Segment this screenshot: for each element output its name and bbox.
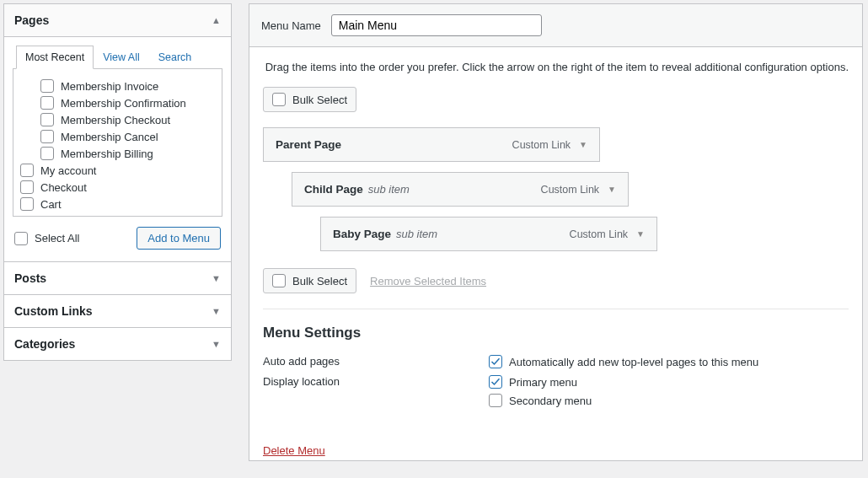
chevron-down-icon[interactable]: ▼ bbox=[579, 140, 587, 149]
accordion-pages-header[interactable]: Pages ▲ bbox=[4, 4, 231, 37]
menu-item-title: Baby Page bbox=[333, 228, 391, 240]
chevron-down-icon: ▼ bbox=[212, 339, 221, 349]
page-item-label: Cart bbox=[40, 198, 62, 211]
page-item[interactable]: Checkout bbox=[20, 179, 215, 196]
checkbox[interactable] bbox=[40, 79, 54, 93]
tab-search[interactable]: Search bbox=[149, 46, 201, 69]
page-item[interactable]: Membership Invoice bbox=[20, 78, 215, 94]
tab-view-all[interactable]: View All bbox=[94, 46, 149, 69]
page-item-label: Membership Billing bbox=[61, 148, 153, 160]
auto-add-option[interactable]: Automatically add new top-level pages to… bbox=[489, 355, 758, 368]
checkbox[interactable] bbox=[40, 147, 54, 160]
sidebar: Pages ▲ Most Recent View All Search Memb… bbox=[0, 0, 232, 461]
bulk-select-bottom[interactable]: Bulk Select bbox=[263, 268, 356, 293]
checkbox[interactable] bbox=[272, 274, 286, 287]
primary-menu-label: Primary menu bbox=[509, 376, 577, 389]
checkbox[interactable] bbox=[40, 113, 54, 126]
accordion-categories[interactable]: Categories ▼ bbox=[3, 327, 232, 361]
main-body: Drag the items into the order you prefer… bbox=[249, 47, 862, 475]
main-panel: Menu Name Drag the items into the order … bbox=[249, 3, 863, 461]
chevron-down-icon[interactable]: ▼ bbox=[608, 185, 616, 194]
page-item[interactable]: Membership Billing bbox=[20, 145, 215, 162]
page-item-label: Membership Cancel bbox=[61, 131, 158, 143]
pages-tabs: Most Recent View All Search bbox=[13, 46, 222, 69]
bulk-select-label: Bulk Select bbox=[292, 275, 347, 287]
menu-item[interactable]: Child Pagesub item Custom Link▼ bbox=[292, 172, 629, 207]
menu-item-sub: sub item bbox=[396, 228, 437, 240]
accordion-custom-links-title: Custom Links bbox=[14, 304, 93, 318]
display-location-label: Display location bbox=[263, 375, 489, 407]
settings-row-auto-add: Auto add pages Automatically add new top… bbox=[263, 352, 849, 372]
intro-text: Drag the items into the order you prefer… bbox=[263, 61, 849, 73]
menu-structure: Parent Page Custom Link▼ Child Pagesub i… bbox=[263, 127, 849, 251]
page-item[interactable]: Cart bbox=[20, 196, 215, 212]
pages-list[interactable]: Membership Invoice Membership Confirmati… bbox=[13, 68, 222, 217]
page-item-label: Checkout bbox=[40, 181, 87, 194]
bulk-row-bottom: Bulk Select Remove Selected Items bbox=[263, 268, 849, 293]
checkbox[interactable] bbox=[272, 93, 286, 106]
select-all-row[interactable]: Select All bbox=[14, 230, 79, 247]
bulk-select-top[interactable]: Bulk Select bbox=[263, 87, 356, 112]
checkbox[interactable] bbox=[489, 394, 502, 407]
bulk-select-label: Bulk Select bbox=[292, 94, 347, 106]
chevron-down-icon: ▼ bbox=[212, 306, 221, 316]
tab-most-recent[interactable]: Most Recent bbox=[16, 46, 94, 69]
menu-item-type: Custom Link bbox=[570, 228, 628, 240]
page-item-label: My account bbox=[40, 164, 96, 177]
menu-item[interactable]: Baby Pagesub item Custom Link▼ bbox=[320, 217, 657, 251]
primary-menu-option[interactable]: Primary menu bbox=[489, 375, 592, 389]
menu-item-title: Parent Page bbox=[276, 138, 341, 151]
accordion-pages: Pages ▲ Most Recent View All Search Memb… bbox=[3, 3, 232, 262]
menu-item-sub: sub item bbox=[368, 183, 410, 196]
remove-selected-link[interactable]: Remove Selected Items bbox=[370, 275, 486, 287]
chevron-up-icon: ▲ bbox=[212, 15, 221, 25]
secondary-menu-option[interactable]: Secondary menu bbox=[489, 394, 592, 407]
accordion-posts-title: Posts bbox=[14, 271, 46, 285]
checkbox[interactable] bbox=[489, 375, 502, 389]
accordion-custom-links[interactable]: Custom Links ▼ bbox=[3, 294, 232, 328]
checkbox[interactable] bbox=[20, 164, 34, 177]
page-item-label: Membership Checkout bbox=[61, 114, 170, 126]
auto-add-label: Auto add pages bbox=[263, 355, 489, 368]
checkbox[interactable] bbox=[489, 355, 502, 368]
secondary-menu-label: Secondary menu bbox=[509, 395, 592, 407]
menu-item-type: Custom Link bbox=[541, 184, 599, 196]
chevron-down-icon: ▼ bbox=[212, 273, 221, 283]
accordion-pages-title: Pages bbox=[14, 13, 49, 27]
checkbox[interactable] bbox=[40, 130, 54, 143]
chevron-down-icon[interactable]: ▼ bbox=[636, 229, 645, 239]
page-item[interactable]: Membership Confirmation bbox=[20, 94, 215, 111]
menu-name-input[interactable] bbox=[331, 14, 542, 36]
page-item[interactable]: My account bbox=[20, 162, 215, 179]
accordion-posts[interactable]: Posts ▼ bbox=[3, 261, 232, 295]
menu-name-label: Menu Name bbox=[261, 19, 321, 32]
checkbox[interactable] bbox=[20, 180, 34, 194]
add-to-menu-button[interactable]: Add to Menu bbox=[137, 227, 221, 250]
auto-add-option-label: Automatically add new top-level pages to… bbox=[509, 356, 758, 368]
checkbox[interactable] bbox=[14, 232, 28, 245]
delete-menu-link[interactable]: Delete Menu bbox=[263, 444, 325, 457]
accordion-categories-title: Categories bbox=[14, 337, 75, 351]
divider bbox=[263, 309, 849, 309]
accordion-pages-body: Most Recent View All Search Membership I… bbox=[4, 37, 231, 261]
page-item-label: Membership Invoice bbox=[61, 80, 158, 93]
menu-item-type: Custom Link bbox=[512, 139, 571, 151]
pages-footer: Select All Add to Menu bbox=[13, 217, 222, 250]
page-item[interactable]: Membership Checkout bbox=[20, 111, 215, 128]
page-item[interactable]: Membership Cancel bbox=[20, 128, 215, 145]
menu-settings-heading: Menu Settings bbox=[263, 325, 849, 341]
settings-row-display: Display location Primary menu Secondary … bbox=[263, 372, 849, 411]
page-item-label: Membership Confirmation bbox=[61, 97, 186, 110]
menu-item[interactable]: Parent Page Custom Link▼ bbox=[263, 127, 600, 162]
checkbox[interactable] bbox=[40, 96, 54, 110]
menu-settings: Menu Settings Auto add pages Automatical… bbox=[263, 325, 849, 411]
menu-name-bar: Menu Name bbox=[249, 4, 862, 47]
checkbox[interactable] bbox=[20, 197, 34, 211]
select-all-label: Select All bbox=[35, 232, 79, 244]
menu-item-title: Child Page bbox=[304, 183, 363, 196]
